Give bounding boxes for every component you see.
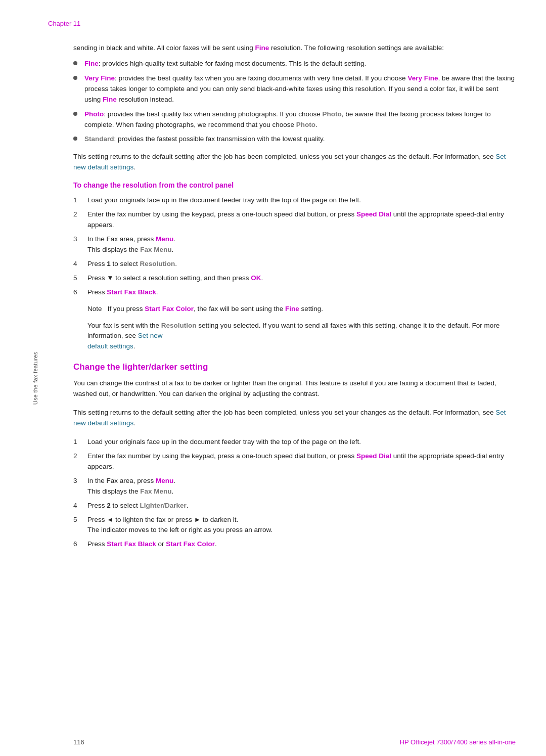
standard-term: Standard [84,135,114,143]
side-tab-text: Use the fax features [32,351,38,404]
note-label: Note [87,305,108,313]
control-panel-heading: To change the resolution from the contro… [73,181,516,189]
ld-step-num-3: 3 [73,476,87,486]
fine-highlight-vf: Fine [103,96,117,103]
very-fine-term: Very Fine [84,74,115,82]
ld-step-3: 3 In the Fax area, press Menu.This displ… [73,476,516,497]
ld-step-1: 1 Load your originals face up in the doc… [73,437,516,448]
step-5-resolution: 5 Press ▼ to select a resolution setting… [73,273,516,284]
ld-step-4: 4 Press 2 to select Lighter/Darker. [73,501,516,511]
step-text-4: Press 1 to select Resolution. [87,259,516,270]
bullet-text-standard: Standard: provides the fastest possible … [84,134,516,145]
resolution-gray-highlight: Resolution [161,322,197,329]
ld-step-text-4: Press 2 to select Lighter/Darker. [87,501,516,511]
ld-step-num-5: 5 [73,515,87,525]
step-1-resolution: 1 Load your originals face up in the doc… [73,195,516,206]
photo-term: Photo [84,110,104,118]
ld-step-num-1: 1 [73,437,87,448]
lighter-darker-steps-list: 1 Load your originals face up in the doc… [73,437,516,550]
speed-dial-highlight-2: Speed Dial [356,452,391,460]
fax-menu-highlight: Fax Menu [140,246,171,253]
ld-step-text-3: In the Fax area, press Menu.This display… [87,476,516,497]
default-setting-paragraph: This setting returns to the default sett… [73,152,516,173]
photo-desc1: : provides the best quality fax when sen… [104,110,322,118]
menu-highlight-2: Menu [156,477,173,484]
bullet-photo: Photo: provides the best quality fax whe… [73,109,516,130]
start-fax-color-highlight-2: Start Fax Color [166,540,215,548]
bullet-standard: Standard: provides the fastest possible … [73,134,516,145]
resolution-bullet-list: Fine: provides high-quality text suitabl… [73,59,516,145]
start-fax-color-note: Start Fax Color [145,305,194,313]
page-container: Chapter 11 Use the fax features sending … [0,0,546,756]
fax-menu-highlight-2: Fax Menu [140,487,171,495]
bullet-fine: Fine: provides high-quality text suitabl… [73,59,516,69]
step-text-1: Load your originals face up in the docum… [87,195,516,206]
step-num-2: 2 [73,209,87,220]
speed-dial-highlight: Speed Dial [356,210,391,218]
bullet-very-fine: Very Fine: provides the best quality fax… [73,73,516,105]
note-block: Note If you press Start Fax Color, the f… [87,304,516,315]
step-6-resolution: 6 Press Start Fax Black. [73,287,516,298]
default-settings-link-1[interactable]: Set new default settings [73,153,506,171]
bullet-dot-standard [73,137,77,141]
lighter-darker-heading: Change the lighter/darker setting [73,362,516,372]
ld-step-text-1: Load your originals face up in the docum… [87,437,516,448]
fine-desc: : provides high-quality text suitable fo… [99,60,367,67]
step-4-resolution: 4 Press 1 to select Resolution. [73,259,516,270]
main-content: sending in black and white. All color fa… [73,43,516,726]
step-num-6: 6 [73,287,87,298]
footer: 116 HP Officejet 7300/7400 series all-in… [0,738,546,746]
ok-highlight: OK [251,274,261,282]
step-num-5: 5 [73,273,87,284]
ld-step-num-2: 2 [73,451,87,462]
fine-highlight-intro: Fine [255,44,269,52]
menu-highlight: Menu [156,235,173,243]
step-num-4: 4 [73,259,87,270]
step-num-1: 1 [73,195,87,206]
ld-step-num-6: 6 [73,539,87,550]
step-text-5: Press ▼ to select a resolution setting, … [87,273,516,284]
intro-paragraph: sending in black and white. All color fa… [73,43,516,54]
lighter-darker-highlight: Lighter/Darker [140,502,187,509]
standard-desc: : provides the fastest possible fax tran… [114,135,325,143]
very-fine-desc: : provides the best quality fax when you… [115,74,407,82]
ld-step-2: 2 Enter the fax number by using the keyp… [73,451,516,472]
step-2-resolution: 2 Enter the fax number by using the keyp… [73,209,516,231]
fine-term: Fine [84,60,99,67]
lighter-darker-para-2: This setting returns to the default sett… [73,408,516,429]
step-num-3: 3 [73,234,87,245]
photo-highlight2: Photo [323,110,342,118]
step-text-3: In the Fax area, press Menu.This display… [87,234,516,255]
lighter-darker-para-1: You can change the contrast of a fax to … [73,378,516,399]
default-settings-link-2[interactable]: Set newdefault settings [87,332,163,350]
bullet-text-fine: Fine: provides high-quality text suitabl… [84,59,516,69]
press-2-bold: 2 [107,502,111,509]
default-settings-link-3[interactable]: Set new default settings [73,409,506,427]
ld-step-text-5: Press ◄ to lighten the fax or press ► to… [87,515,516,536]
chapter-label: Chapter 11 [48,20,80,27]
start-fax-black-highlight-2: Start Fax Black [107,540,156,548]
ld-step-text-2: Enter the fax number by using the keypad… [87,451,516,472]
step-text-2: Enter the fax number by using the keypad… [87,209,516,231]
ld-step-text-6: Press Start Fax Black or Start Fax Color… [87,539,516,550]
bullet-dot-fine [73,61,77,65]
footer-product-name: HP Officejet 7300/7400 series all-in-one [400,738,516,746]
press-1-bold: 1 [107,260,111,268]
very-fine-desc3: resolution instead. [117,96,174,103]
photo-desc3: . [315,121,317,128]
resolution-followup-paragraph: Your fax is sent with the Resolution set… [87,321,516,352]
ld-step-num-4: 4 [73,501,87,511]
bullet-text-photo: Photo: provides the best quality fax whe… [84,109,516,130]
resolution-highlight: Resolution [140,260,175,268]
bullet-text-very-fine: Very Fine: provides the best quality fax… [84,73,516,105]
fine-note-highlight: Fine [285,305,299,313]
resolution-steps-list: 1 Load your originals face up in the doc… [73,195,516,297]
ld-step-5: 5 Press ◄ to lighten the fax or press ► … [73,515,516,536]
step-text-6: Press Start Fax Black. [87,287,516,298]
step-3-resolution: 3 In the Fax area, press Menu.This displ… [73,234,516,255]
ld-step-6: 6 Press Start Fax Black or Start Fax Col… [73,539,516,550]
bullet-dot-photo [73,112,77,116]
start-fax-black-highlight-1: Start Fax Black [107,288,156,296]
footer-page-number: 116 [73,738,84,746]
bullet-dot-very-fine [73,76,77,80]
